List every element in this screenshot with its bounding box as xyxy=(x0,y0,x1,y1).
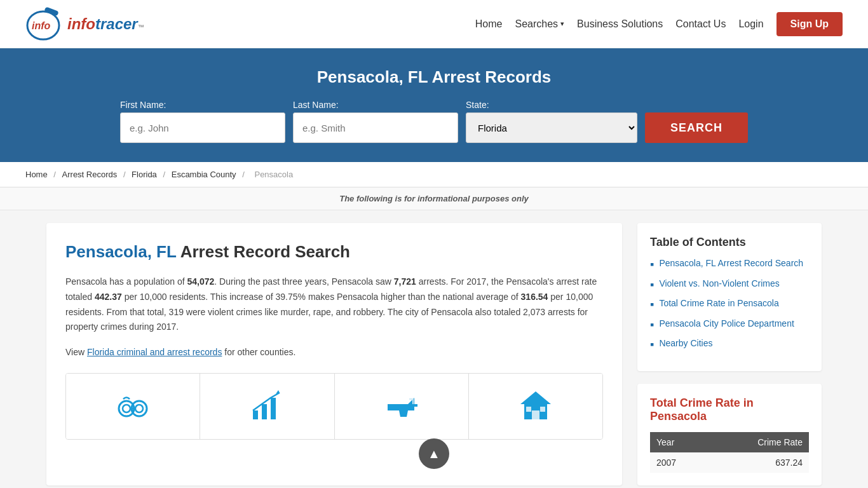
table-row: 2007637.24 xyxy=(650,452,809,473)
breadcrumb-escambia[interactable]: Escambia County xyxy=(172,170,236,179)
chart-icon xyxy=(248,386,286,424)
sidebar: Table of Contents ▪Pensacola, FL Arrest … xyxy=(637,223,822,485)
toc-item: ▪Violent vs. Non-Violent Crimes xyxy=(650,278,809,292)
florida-records-link[interactable]: Florida criminal and arrest records xyxy=(87,347,222,357)
arrow-up-icon: ▲ xyxy=(428,447,440,461)
nav-contact-us[interactable]: Contact Us xyxy=(675,18,726,30)
search-button[interactable]: SEARCH xyxy=(645,112,748,143)
svg-point-6 xyxy=(135,405,143,412)
toc-bullet: ▪ xyxy=(650,278,654,292)
toc-link[interactable]: Total Crime Rate in Pensacola xyxy=(659,298,778,308)
breadcrumb-home[interactable]: Home xyxy=(25,170,48,179)
toc-bullet: ▪ xyxy=(650,258,654,272)
first-name-label: First Name: xyxy=(120,100,285,110)
nav-searches[interactable]: Searches ▾ xyxy=(515,18,564,30)
breadcrumb-sep1: / xyxy=(53,170,58,179)
signup-button[interactable]: Sign Up xyxy=(776,12,843,36)
article-content: Pensacola, FL Arrest Record Search Pensa… xyxy=(46,223,622,485)
logo-icon: info xyxy=(25,6,64,41)
svg-rect-10 xyxy=(262,404,267,419)
table-header-year: Year xyxy=(650,432,707,452)
svg-rect-1 xyxy=(44,6,58,16)
hero-section: Pensacola, FL Arrest Records First Name:… xyxy=(0,48,868,162)
house-icon xyxy=(517,386,555,424)
chevron-down-icon: ▾ xyxy=(560,20,564,28)
main-nav: Home Searches ▾ Business Solutions Conta… xyxy=(475,12,843,36)
year-cell: 2007 xyxy=(650,452,707,473)
nav-business-solutions[interactable]: Business Solutions xyxy=(577,18,663,30)
svg-point-4 xyxy=(123,405,130,412)
icon-handcuffs xyxy=(66,374,200,439)
breadcrumb-sep4: / xyxy=(242,170,247,179)
breadcrumb-arrest-records[interactable]: Arrest Records xyxy=(62,170,118,179)
icon-chart xyxy=(200,374,334,439)
icon-house xyxy=(469,374,602,439)
svg-rect-17 xyxy=(526,407,531,412)
svg-rect-9 xyxy=(253,410,258,419)
breadcrumb-sep3: / xyxy=(163,170,167,179)
first-name-group: First Name: xyxy=(120,100,285,143)
toc-item: ▪Total Crime Rate in Pensacola xyxy=(650,298,809,312)
svg-rect-11 xyxy=(271,398,276,419)
last-name-label: Last Name: xyxy=(293,100,458,110)
last-name-group: Last Name: xyxy=(293,100,458,143)
site-header: info infotracer™ Home Searches ▾ Busines… xyxy=(0,0,868,48)
article-paragraph-2: View Florida criminal and arrest records… xyxy=(65,345,603,360)
login-button[interactable]: Login xyxy=(738,18,763,30)
crime-rate-table: Year Crime Rate 2007637.24 xyxy=(650,432,809,473)
toc-bullet: ▪ xyxy=(650,298,654,312)
search-form: First Name: Last Name: State: AlabamaAla… xyxy=(25,100,843,143)
svg-marker-14 xyxy=(520,391,551,404)
info-banner: The following is for informational purpo… xyxy=(0,187,868,210)
nav-home[interactable]: Home xyxy=(475,18,503,30)
rate-cell: 637.24 xyxy=(707,452,809,473)
breadcrumb-florida[interactable]: Florida xyxy=(132,170,157,179)
crime-rate-tbody: 2007637.24 xyxy=(650,452,809,473)
svg-rect-13 xyxy=(388,404,394,410)
toc-item: ▪Nearby Cities xyxy=(650,338,809,352)
breadcrumb: Home / Arrest Records / Florida / Escamb… xyxy=(0,162,868,187)
state-group: State: AlabamaAlaskaArizonaArkansasCalif… xyxy=(466,100,637,143)
toc-item: ▪Pensacola, FL Arrest Record Search xyxy=(650,258,809,272)
icon-gun xyxy=(335,374,469,439)
breadcrumb-current: Pensacola xyxy=(254,170,293,179)
toc-link[interactable]: Violent vs. Non-Violent Crimes xyxy=(659,278,779,288)
toc-bullet: ▪ xyxy=(650,318,654,332)
handcuffs-icon xyxy=(114,386,152,424)
table-header-rate: Crime Rate xyxy=(707,432,809,452)
gun-icon xyxy=(383,386,421,424)
toc-link[interactable]: Pensacola, FL Arrest Record Search xyxy=(659,258,803,268)
toc-link[interactable]: Pensacola City Police Department xyxy=(659,318,794,329)
logo: info infotracer™ xyxy=(25,6,144,41)
toc-item: ▪Pensacola City Police Department xyxy=(650,318,809,332)
svg-text:info: info xyxy=(32,20,51,31)
toc-list: ▪Pensacola, FL Arrest Record Search▪Viol… xyxy=(650,258,809,352)
article-paragraph-1: Pensacola has a population of 54,072. Du… xyxy=(65,274,603,335)
crime-rate-title: Total Crime Rate in Pensacola xyxy=(650,396,809,423)
logo-text: infotracer™ xyxy=(67,15,144,33)
toc-bullet: ▪ xyxy=(650,338,654,352)
toc-link[interactable]: Nearby Cities xyxy=(659,338,712,348)
hero-title: Pensacola, FL Arrest Records xyxy=(25,67,843,87)
state-label: State: xyxy=(466,100,637,110)
scroll-to-top-button[interactable]: ▲ xyxy=(419,438,449,469)
svg-rect-16 xyxy=(532,410,539,419)
article-title: Pensacola, FL Arrest Record Search xyxy=(65,242,603,262)
breadcrumb-sep2: / xyxy=(123,170,128,179)
toc-title: Table of Contents xyxy=(650,236,809,249)
svg-rect-18 xyxy=(540,407,545,412)
state-select[interactable]: AlabamaAlaskaArizonaArkansasCaliforniaCo… xyxy=(466,112,637,143)
icons-row xyxy=(65,373,603,440)
crime-rate-box: Total Crime Rate in Pensacola Year Crime… xyxy=(637,384,822,485)
last-name-input[interactable] xyxy=(293,112,458,143)
first-name-input[interactable] xyxy=(120,112,285,143)
toc-box: Table of Contents ▪Pensacola, FL Arrest … xyxy=(637,223,822,371)
